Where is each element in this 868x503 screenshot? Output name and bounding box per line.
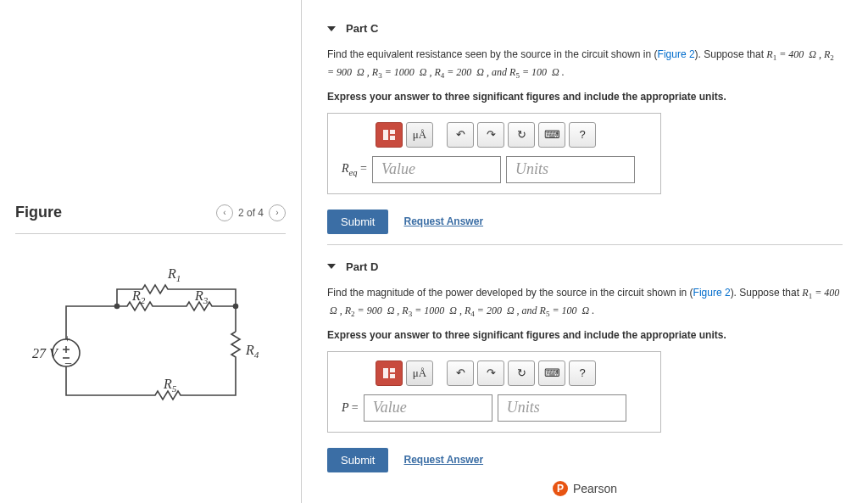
keyboard-button[interactable]: ⌨ (538, 122, 565, 148)
part-d-units-input[interactable]: Units (498, 394, 626, 422)
special-chars-button[interactable]: μÅ (406, 360, 433, 386)
part-d-figure-link[interactable]: Figure 2 (693, 287, 731, 299)
help-button[interactable]: ? (569, 360, 596, 386)
svg-text:−: − (64, 356, 72, 371)
source-voltage-label: 27 V (32, 346, 59, 360)
part-c-submit-button[interactable]: Submit (327, 210, 388, 234)
part-c-header[interactable]: Part C (327, 8, 843, 47)
figure-nav: ‹ 2 of 4 › (216, 204, 286, 221)
part-c-toolbar: μÅ ↶ ↷ ↻ ⌨ ? (376, 122, 647, 148)
part-c-figure-link[interactable]: Figure 2 (658, 48, 695, 60)
svg-point-5 (233, 305, 237, 309)
circuit-diagram: 27 V + − R1 R2 R3 R4 R5 (32, 260, 270, 412)
template-button[interactable] (376, 122, 403, 148)
part-c-value-input[interactable]: Value (372, 156, 501, 183)
r4-label: R4 (245, 343, 259, 360)
help-button[interactable]: ? (569, 122, 596, 148)
part-c-request-answer-link[interactable]: Request Answer (403, 215, 483, 227)
svg-rect-13 (390, 374, 395, 378)
undo-button[interactable]: ↶ (447, 122, 474, 148)
template-button[interactable] (376, 360, 403, 386)
part-c-submit-row: Submit Request Answer (327, 210, 843, 234)
chevron-down-icon (327, 264, 336, 269)
part-c-prompt: Find the equivalent resistance seen by t… (327, 47, 843, 82)
part-c-instruction: Express your answer to three significant… (327, 91, 843, 103)
question-pane: Part C Find the equivalent resistance se… (302, 0, 868, 503)
part-d-answer-box: μÅ ↶ ↷ ↻ ⌨ ? P = Value Units (327, 351, 661, 433)
part-d-submit-button[interactable]: Submit (327, 448, 388, 472)
undo-button[interactable]: ↶ (447, 360, 474, 386)
part-d-request-answer-link[interactable]: Request Answer (403, 454, 483, 466)
section-divider (327, 244, 843, 245)
keyboard-button[interactable]: ⌨ (538, 360, 565, 386)
pearson-logo-icon: P (553, 481, 568, 496)
pearson-brand: Pearson (573, 482, 617, 495)
pearson-footer: P Pearson (302, 481, 868, 496)
redo-button[interactable]: ↷ (477, 122, 504, 148)
part-d-input-row: P = Value Units (342, 394, 647, 422)
special-chars-button[interactable]: μÅ (406, 122, 433, 148)
svg-text:+: + (64, 333, 70, 345)
r2-label: R2 (131, 288, 146, 305)
figure-header: Figure ‹ 2 of 4 › (0, 195, 301, 230)
figure-prev-button[interactable]: ‹ (216, 204, 233, 221)
part-c-answer-box: μÅ ↶ ↷ ↻ ⌨ ? Req = Value Units (327, 113, 661, 194)
figure-divider (15, 233, 286, 234)
chevron-down-icon (327, 26, 336, 31)
redo-button[interactable]: ↷ (477, 360, 504, 386)
part-d-instruction: Express your answer to three significant… (327, 329, 843, 341)
reset-button[interactable]: ↻ (508, 122, 535, 148)
svg-rect-10 (390, 136, 395, 140)
part-d-section: Part D Find the magnitude of the power d… (302, 250, 868, 478)
svg-point-4 (114, 305, 119, 309)
part-d-var-label: P = (342, 401, 359, 415)
part-c-input-row: Req = Value Units (342, 156, 647, 183)
part-c-section: Part C Find the equivalent resistance se… (302, 0, 868, 239)
figure-next-button[interactable]: › (269, 204, 286, 221)
r5-label: R5 (163, 377, 177, 394)
r3-label: R3 (194, 288, 209, 305)
figure-title: Figure (15, 204, 62, 221)
page-root: Figure ‹ 2 of 4 › (0, 0, 868, 503)
svg-rect-11 (383, 368, 388, 378)
reset-button[interactable]: ↻ (508, 360, 535, 386)
svg-rect-12 (390, 368, 395, 372)
svg-rect-8 (383, 130, 388, 140)
part-c-units-input[interactable]: Units (506, 156, 635, 183)
r1-label: R1 (167, 266, 181, 283)
figure-nav-text: 2 of 4 (238, 207, 264, 219)
part-d-value-input[interactable]: Value (364, 394, 492, 422)
part-c-var-label: Req = (342, 162, 367, 177)
part-d-toolbar: μÅ ↶ ↷ ↻ ⌨ ? (376, 360, 647, 386)
svg-rect-9 (390, 130, 395, 134)
part-d-header[interactable]: Part D (327, 254, 843, 285)
part-d-submit-row: Submit Request Answer (327, 448, 843, 472)
part-d-prompt: Find the magnitude of the power develope… (327, 285, 843, 321)
figure-pane: Figure ‹ 2 of 4 › (0, 0, 302, 503)
part-d-heading: Part D (346, 260, 378, 273)
part-c-heading: Part C (346, 22, 378, 35)
